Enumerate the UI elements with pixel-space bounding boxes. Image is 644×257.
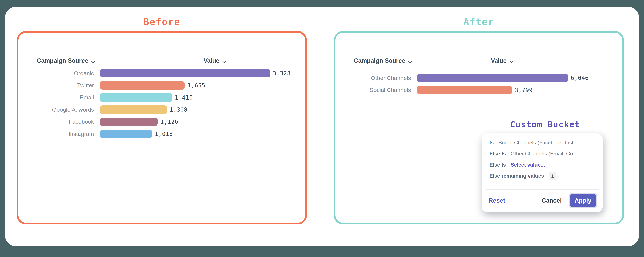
after-title: After — [334, 17, 624, 27]
chevron-down-icon — [408, 58, 412, 65]
row-value-label: 1,655 — [187, 82, 205, 89]
popup-divider — [486, 189, 599, 190]
value-header-label: Value — [204, 57, 219, 64]
bucket-rule-row: Else Is Other Channels (Email, Go... — [489, 150, 596, 158]
bucket-rule-row: Else Is Select value... — [489, 161, 596, 169]
table-row: Google Adwords1,308 — [18, 104, 305, 116]
cancel-button[interactable]: Cancel — [542, 197, 562, 204]
chevron-down-icon — [509, 58, 514, 65]
row-value-label: 3,799 — [515, 87, 533, 93]
campaign-source-column-header[interactable]: Campaign Source — [37, 57, 95, 64]
row-category-label: Twitter — [18, 82, 94, 89]
before-panel: Before Campaign Source Value Organic3,32… — [17, 17, 307, 27]
row-category-label: Other Channels — [336, 75, 411, 81]
before-bar-chart: Organic3,328Twitter1,655Email1,410Google… — [18, 67, 305, 140]
bucket-rules-list: Is Social Channels (Facebook, Inst... El… — [489, 139, 596, 183]
desktop-background: { "page": { "background": "#486365", "ca… — [0, 0, 644, 257]
value-column-header[interactable]: Value — [204, 57, 226, 64]
chevron-down-icon — [91, 58, 95, 65]
row-value-label: 6,046 — [571, 75, 589, 81]
campaign-source-header-label: Campaign Source — [354, 57, 405, 64]
bar-facebook[interactable] — [100, 118, 158, 126]
bucket-rule-keyword: Else remaining values — [489, 173, 544, 179]
bar-twitter[interactable] — [100, 81, 185, 90]
bucket-rule-value[interactable]: Other Channels (Email, Go... — [510, 151, 577, 157]
value-header-label: Value — [491, 57, 507, 64]
table-row: Facebook1,126 — [18, 116, 305, 128]
campaign-source-header-label: Campaign Source — [37, 57, 88, 64]
table-row: Twitter1,655 — [18, 79, 305, 91]
info-icon[interactable]: i — [549, 172, 556, 180]
table-header-row: Campaign Source Value — [336, 57, 622, 64]
before-title: Before — [17, 17, 307, 27]
campaign-source-column-header[interactable]: Campaign Source — [354, 57, 412, 64]
row-category-label: Organic — [18, 70, 94, 77]
row-value-label: 1,018 — [155, 131, 173, 137]
row-category-label: Instagram — [18, 131, 94, 137]
row-category-label: Email — [18, 94, 94, 101]
table-row: Other Channels6,046 — [336, 72, 622, 84]
row-value-label: 1,308 — [170, 106, 188, 113]
row-value-label: 3,328 — [273, 70, 291, 77]
bucket-rule-keyword: Is — [489, 140, 494, 146]
row-value-label: 1,410 — [175, 94, 193, 101]
custom-bucket-popup: Is Social Channels (Facebook, Inst... El… — [482, 133, 603, 213]
table-row: Instagram1,018 — [18, 128, 305, 140]
bucket-rule-row: Is Social Channels (Facebook, Inst... — [489, 139, 596, 147]
chevron-down-icon — [222, 58, 226, 65]
value-column-header[interactable]: Value — [491, 57, 514, 64]
bucket-rule-row: Else remaining values i — [489, 172, 596, 180]
bar-organic[interactable] — [100, 69, 270, 77]
bucket-rule-value[interactable]: Social Channels (Facebook, Inst... — [498, 140, 578, 146]
bar-email[interactable] — [100, 93, 172, 102]
bar-instagram[interactable] — [100, 130, 152, 138]
row-value-label: 1,126 — [160, 118, 178, 125]
row-category-label: Google Adwords — [18, 106, 94, 113]
row-category-label: Social Channels — [336, 87, 411, 93]
after-panel: After Campaign Source Value Other Channe… — [334, 17, 624, 27]
bucket-rule-keyword: Else Is — [489, 162, 506, 168]
table-row: Email1,410 — [18, 91, 305, 104]
bar-google-adwords[interactable] — [100, 105, 167, 114]
custom-bucket-title: Custom Bucket — [502, 120, 589, 129]
table-row: Organic3,328 — [18, 67, 305, 79]
bar-social-channels[interactable] — [417, 86, 512, 94]
apply-button[interactable]: Apply — [570, 194, 596, 207]
after-bar-chart: Other Channels6,046Social Channels3,799 — [336, 72, 622, 96]
before-panel-box: Campaign Source Value Organic3,328Twitte… — [17, 31, 307, 225]
bucket-rule-keyword: Else Is — [489, 151, 506, 157]
bar-other-channels[interactable] — [417, 74, 568, 82]
popup-footer: Reset Cancel Apply — [488, 192, 598, 209]
reset-button[interactable]: Reset — [488, 197, 505, 204]
row-category-label: Facebook — [18, 118, 94, 125]
table-row: Social Channels3,799 — [336, 84, 622, 96]
select-value-link[interactable]: Select value... — [510, 162, 545, 168]
table-header-row: Campaign Source Value — [18, 57, 305, 64]
